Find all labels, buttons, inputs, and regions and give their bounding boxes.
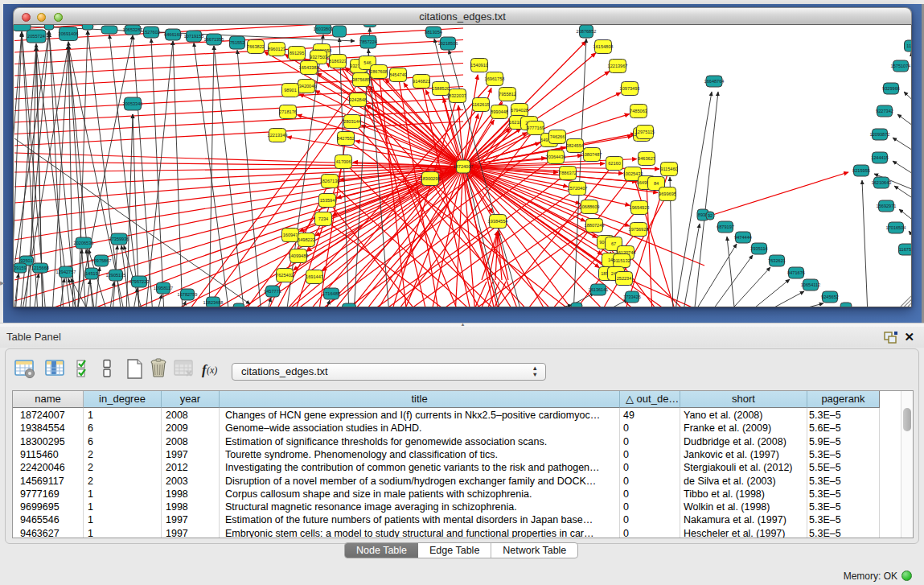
svg-text:67: 67 (611, 241, 616, 246)
svg-text:153594: 153594 (320, 198, 335, 203)
svg-text:62160: 62160 (608, 161, 621, 166)
svg-text:9699695: 9699695 (659, 192, 676, 196)
svg-text:19756928: 19756928 (629, 227, 649, 232)
svg-text:9474444: 9474444 (734, 235, 752, 240)
svg-text:16543382: 16543382 (299, 65, 319, 70)
svg-text:7886372: 7886372 (559, 171, 577, 175)
svg-text:9457771: 9457771 (264, 289, 281, 294)
svg-text:17359936: 17359936 (109, 237, 129, 241)
svg-text:9227342: 9227342 (876, 109, 893, 113)
svg-text:9115460: 9115460 (660, 167, 677, 171)
svg-text:8990448: 8990448 (491, 109, 508, 114)
svg-text:9245652: 9245652 (821, 295, 839, 299)
svg-text:18300295: 18300295 (421, 176, 441, 181)
svg-text:9115132: 9115132 (613, 258, 630, 263)
svg-text:1691447: 1691447 (306, 274, 323, 279)
svg-text:8813054: 8813054 (425, 30, 442, 35)
svg-text:2803144: 2803144 (343, 119, 361, 124)
svg-text:1716485: 1716485 (322, 291, 340, 296)
svg-text:8960123: 8960123 (268, 47, 285, 51)
svg-text:6794028: 6794028 (511, 108, 528, 113)
svg-text:2718176: 2718176 (279, 109, 297, 114)
svg-text:93501: 93501 (20, 258, 33, 263)
svg-text:10958117: 10958117 (154, 286, 173, 290)
svg-text:8322037: 8322037 (449, 93, 466, 98)
svg-text:1527602: 1527602 (142, 30, 160, 35)
svg-text:14: 14 (608, 257, 613, 262)
svg-text:20053346: 20053346 (123, 101, 143, 106)
svg-text:12823488: 12823488 (203, 300, 224, 305)
svg-text:746266: 746266 (550, 134, 565, 139)
svg-text:17957223: 17957223 (129, 279, 150, 284)
svg-text:8427552: 8427552 (337, 136, 355, 141)
svg-text:10975867: 10975867 (92, 258, 112, 263)
svg-text:2935114: 2935114 (750, 246, 767, 251)
svg-text:12213349: 12213349 (268, 133, 288, 138)
svg-text:12093872: 12093872 (870, 132, 890, 137)
svg-text:6466160: 6466160 (164, 32, 182, 37)
svg-text:9146821: 9146821 (413, 79, 430, 84)
svg-text:18724007: 18724007 (454, 164, 474, 169)
svg-text:7663822: 7663822 (247, 44, 265, 49)
svg-text:7857224: 7857224 (359, 39, 377, 44)
svg-text:7485063: 7485063 (630, 109, 647, 113)
svg-text:417006: 417006 (336, 159, 351, 164)
svg-text:9329966: 9329966 (882, 86, 900, 91)
svg-text:39159: 39159 (14, 266, 27, 270)
svg-text:15751074: 15751074 (891, 64, 911, 68)
svg-text:10688609: 10688609 (580, 204, 600, 209)
svg-text:16961758: 16961758 (485, 76, 505, 81)
svg-text:17016504: 17016504 (886, 225, 906, 230)
svg-text:10807487: 10807487 (582, 152, 602, 157)
svg-text:12213967: 12213967 (608, 64, 628, 68)
svg-text:16033809: 16033809 (314, 27, 334, 31)
svg-text:16136141: 16136141 (589, 287, 609, 292)
svg-text:10025433: 10025433 (623, 171, 643, 176)
svg-text:3875685: 3875685 (352, 77, 370, 82)
svg-text:10654112: 10654112 (801, 282, 820, 287)
svg-text:3824554: 3824554 (566, 143, 584, 148)
svg-text:(x): (x) (207, 365, 217, 376)
svg-text:20364436: 20364436 (546, 154, 566, 159)
svg-text:14519: 14519 (85, 271, 98, 276)
svg-text:8471676: 8471676 (787, 270, 805, 275)
svg-text:16648764: 16648764 (704, 79, 725, 84)
svg-text:15720407: 15720407 (568, 186, 588, 191)
svg-text:751552: 751552 (230, 40, 245, 45)
svg-text:1162615: 1162615 (472, 102, 489, 107)
svg-text:160947: 160947 (283, 233, 298, 237)
svg-text:20691406: 20691406 (59, 31, 79, 36)
svg-text:10653287: 10653287 (123, 27, 143, 32)
svg-text:1244415: 1244415 (871, 155, 889, 160)
svg-text:8186323: 8186323 (329, 59, 347, 64)
svg-text:16782759: 16782759 (178, 292, 198, 297)
svg-text:8215955: 8215955 (852, 168, 870, 173)
svg-text:16210643: 16210643 (872, 180, 892, 185)
svg-text:19384554: 19384554 (488, 219, 508, 224)
svg-text:84: 84 (654, 181, 659, 186)
svg-text:12975115: 12975115 (635, 130, 655, 134)
svg-text:1733426: 1733426 (623, 295, 641, 299)
svg-text:18807249: 18807249 (585, 223, 605, 228)
svg-text:1215668: 1215668 (31, 266, 49, 270)
svg-text:9327503: 9327503 (310, 55, 327, 60)
svg-text:9777169: 9777169 (527, 126, 544, 130)
svg-text:116753: 116753 (899, 247, 912, 252)
svg-text:8454749: 8454749 (389, 72, 407, 77)
svg-text:891295: 891295 (290, 51, 305, 56)
svg-text:18267130: 18267130 (320, 179, 340, 183)
svg-text:7955812: 7955812 (499, 92, 516, 97)
svg-text:12905135: 12905135 (106, 273, 126, 278)
svg-text:15692971: 15692971 (877, 204, 897, 208)
svg-text:20206536: 20206536 (74, 241, 94, 245)
svg-text:546: 546 (363, 60, 371, 65)
svg-text:1112: 1112 (906, 43, 912, 48)
svg-text:10973493: 10973493 (620, 86, 640, 91)
svg-text:7632621: 7632621 (768, 258, 786, 263)
svg-text:9242848: 9242848 (349, 97, 367, 102)
svg-text:19654923: 19654923 (630, 205, 650, 210)
svg-text:9463627: 9463627 (638, 156, 655, 161)
svg-text:7625402: 7625402 (276, 273, 294, 278)
svg-text:10719155: 10719155 (184, 34, 204, 39)
svg-text:98901: 98901 (284, 88, 297, 93)
